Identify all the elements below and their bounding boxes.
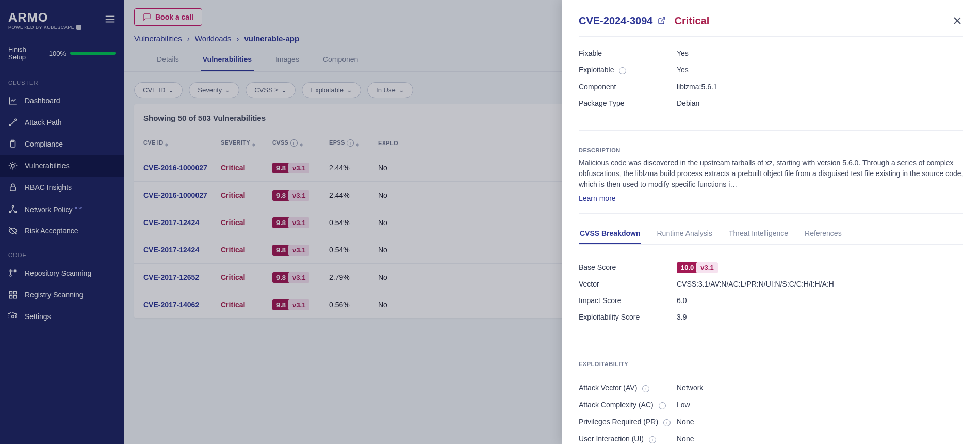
pr-value: None [677,418,694,426]
fixable-label: Fixable [579,49,677,57]
exploitable-value: Yes [677,66,689,74]
learn-more-link[interactable]: Learn more [579,194,616,202]
tab-threat-intelligence[interactable]: Threat Intelligence [728,224,789,244]
ui-value: None [677,435,694,443]
info-icon[interactable]: i [649,436,656,443]
info-icon[interactable]: i [663,419,671,426]
tab-runtime-analysis[interactable]: Runtime Analysis [656,224,713,244]
exploitable-label: Exploitable [579,66,614,74]
cvss-breakdown: Base Score 10.0v3.1 VectorCVSS:3.1/AV:N/… [579,251,963,334]
package-type-label: Package Type [579,99,677,107]
basescore-label: Base Score [579,263,677,272]
exploitability-metrics: Attack Vector (AV) iNetwork Attack Compl… [579,371,963,444]
ac-value: Low [677,401,690,409]
drawer-tabs: CVSS Breakdown Runtime Analysis Threat I… [579,224,963,245]
impact-label: Impact Score [579,296,677,305]
cve-detail-drawer: CVE-2024-3094 Critical FixableYes Exploi… [562,0,980,444]
package-type-value: Debian [677,99,699,107]
close-button[interactable] [951,14,963,27]
component-label: Component [579,83,677,91]
info-icon[interactable]: i [659,402,666,409]
description-label: DESCRIPTION [579,141,963,157]
cve-id[interactable]: CVE-2024-3094 [579,15,652,27]
exploitscore-label: Exploitability Score [579,313,677,321]
impact-value: 6.0 [677,296,687,305]
basescore-version: v3.1 [696,262,717,273]
cve-severity: Critical [674,15,709,27]
info-icon[interactable]: i [642,385,649,392]
basescore-value: 10.0 [677,262,698,273]
tab-cvss-breakdown[interactable]: CVSS Breakdown [579,224,641,244]
vector-label: Vector [579,280,677,288]
divider [579,213,963,214]
tab-references[interactable]: References [804,224,843,244]
vector-value: CVSS:3.1/AV:N/AC:L/PR:N/UI:N/S:C/C:H/I:H… [677,280,834,288]
drawer-header: CVE-2024-3094 Critical [579,14,963,37]
cve-meta: FixableYes Exploitable iYes Componentlib… [579,37,963,120]
av-value: Network [677,384,703,392]
ac-label: Attack Complexity (AC) [579,401,654,409]
divider [579,344,963,344]
component-value: liblzma:5.6.1 [677,83,717,91]
svg-line-19 [661,18,665,21]
exploitability-label: EXPLOITABILITY [579,355,963,371]
divider [579,130,963,131]
fixable-value: Yes [677,49,689,57]
pr-label: Privileges Required (PR) [579,418,658,426]
description-text: Malicious code was discovered in the ups… [579,157,963,190]
info-icon[interactable]: i [619,67,626,74]
ui-label: User Interaction (UI) [579,435,644,443]
external-link-icon[interactable] [658,17,666,25]
exploitscore-value: 3.9 [677,313,687,321]
av-label: Attack Vector (AV) [579,384,637,392]
